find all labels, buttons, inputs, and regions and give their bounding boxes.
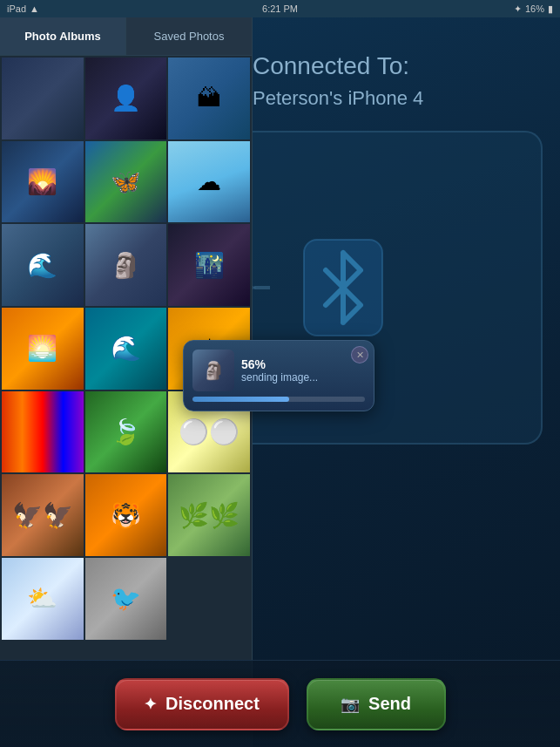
wifi-icon: ▲ — [30, 3, 39, 14]
status-bar-time: 6:21 PM — [262, 3, 298, 14]
tab-photo-albums[interactable]: Photo Albums — [0, 17, 126, 55]
list-item[interactable]: 🦅🦅 — [2, 474, 84, 556]
camera-icon: 📷 — [341, 695, 360, 714]
list-item[interactable]: 🌿🌿 — [168, 474, 250, 556]
progress-bar-fill — [192, 397, 289, 402]
connected-label: Connected To: — [253, 52, 409, 80]
list-item[interactable]: 🌄 — [2, 141, 84, 223]
battery-label: 16% — [525, 3, 544, 14]
list-item[interactable]: 🦋 — [85, 141, 167, 223]
bluetooth-disconnect-icon: ✦ — [144, 695, 157, 714]
list-item[interactable]: 👤 — [85, 58, 167, 139]
list-item[interactable] — [2, 391, 84, 473]
list-item[interactable]: ☁ — [168, 141, 250, 223]
list-item[interactable]: 🍃 — [85, 391, 167, 473]
progress-percent: 56% — [241, 357, 365, 371]
status-bar-left: iPad ▲ — [7, 3, 39, 14]
list-item[interactable]: 🌃 — [168, 224, 250, 306]
svg-rect-1 — [254, 286, 270, 289]
list-item[interactable]: 🐯 — [85, 474, 167, 556]
progress-header: 🗿 56% sending image... — [192, 350, 365, 391]
bottom-bar: ✦ Disconnect 📷 Send — [0, 660, 560, 747]
progress-thumbnail: 🗿 — [192, 350, 234, 391]
bluetooth-logo-icon — [291, 235, 395, 340]
bluetooth-icon: ✦ — [514, 3, 522, 15]
status-bar: iPad ▲ 6:21 PM ✦ 16% ▮ — [0, 0, 560, 17]
device-label: iPad — [7, 3, 26, 14]
device-name: Peterson's iPhone 4 — [253, 87, 423, 110]
progress-popup: ✕ 🗿 56% sending image... — [183, 340, 374, 411]
close-button[interactable]: ✕ — [351, 346, 368, 363]
list-item[interactable]: 🌅 — [2, 308, 84, 390]
list-item[interactable] — [2, 58, 84, 139]
status-bar-right: ✦ 16% ▮ — [514, 3, 553, 15]
progress-info: 56% sending image... — [241, 357, 365, 384]
progress-bar-track — [192, 397, 365, 402]
list-item[interactable]: 🌊 — [85, 308, 167, 390]
disconnect-button[interactable]: ✦ Disconnect — [115, 678, 289, 730]
photo-tabs: Photo Albums Saved Photos — [0, 17, 252, 56]
list-item[interactable]: 🏔 — [168, 58, 250, 139]
progress-label: sending image... — [241, 371, 365, 384]
list-item[interactable]: 🐦 — [85, 558, 167, 640]
tab-saved-photos[interactable]: Saved Photos — [126, 17, 252, 55]
list-item[interactable]: ⛅ — [2, 558, 84, 640]
battery-icon: ▮ — [548, 3, 553, 15]
list-item[interactable]: 🌊 — [2, 224, 84, 306]
send-button[interactable]: 📷 Send — [307, 678, 446, 730]
list-item[interactable]: 🗿 — [85, 224, 167, 306]
